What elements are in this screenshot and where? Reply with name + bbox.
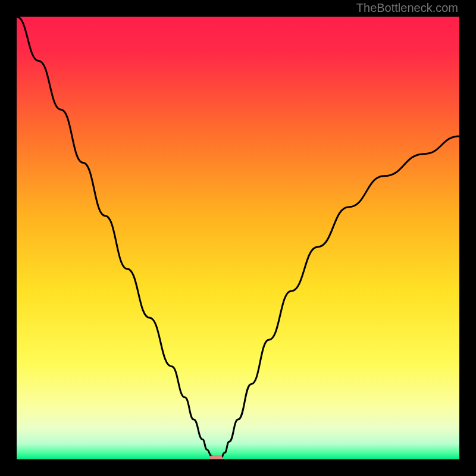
optimal-point-marker [209,455,223,459]
chart-wrapper: TheBottleneck.com [0,0,476,476]
bottleneck-curve [17,17,459,459]
plot-area [17,17,459,459]
watermark-text: TheBottleneck.com [356,1,458,15]
